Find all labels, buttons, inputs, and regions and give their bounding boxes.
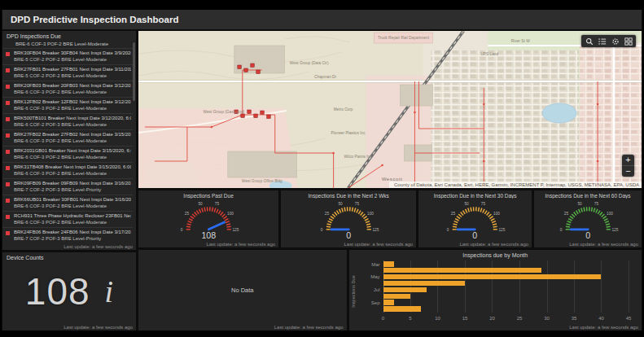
zoom-out-button[interactable]: − (622, 165, 634, 177)
list-item[interactable]: BRK31TB408 Breaker Next Inspt Date 3/15/… (2, 163, 133, 179)
svg-text:0: 0 (473, 230, 478, 240)
header-bar: DPD Predictive Inspection Dashboard (2, 10, 642, 29)
x-tick-label: 15 (462, 316, 468, 321)
svg-text:75: 75 (594, 202, 599, 206)
left-column: DPD Inspections Due BRE-6 COF-3 POF-2 BR… (2, 31, 136, 330)
bar-row: Jul (359, 287, 629, 292)
map[interactable]: West Group (Data Ctr) West Group (Gas La… (138, 31, 642, 188)
zoom-in-button[interactable]: + (622, 155, 634, 165)
breaker-marker-icon (6, 231, 10, 235)
list-item[interactable]: BRK30FB04 Breaker 30FB04 Next Inspt Date… (2, 49, 133, 65)
svg-text:100: 100 (607, 212, 613, 216)
breaker-marker-icon (6, 52, 10, 56)
category-label: Mar (359, 262, 383, 267)
gauge-last-update: Last update: a few seconds ago (569, 242, 638, 247)
inspections-list-items[interactable]: BRE-6 COF-3 POF-2 BRE Level-Moderate BRK… (2, 42, 133, 242)
gauge-dial: 0255075100125108 (170, 199, 248, 241)
map-label-pioneer: Pioneer Plastics Inc (331, 131, 366, 135)
bar (383, 287, 427, 292)
page-title: DPD Predictive Inspection Dashboard (11, 15, 178, 24)
svg-text:100: 100 (494, 212, 501, 216)
bar (383, 294, 410, 299)
svg-text:50: 50 (577, 202, 582, 206)
list-item-clipped[interactable]: BRE-6 COF-3 POF-2 BRE Level-Moderate (2, 42, 133, 49)
layer-list-icon[interactable] (598, 37, 607, 46)
gauge-title: Inspections Due in the Next 60 Days (534, 190, 642, 199)
map-label-west-group-data: West Group (Data Ctr) (290, 61, 329, 65)
search-icon[interactable] (585, 37, 594, 46)
gauge-dial: 02550751001250 (310, 199, 388, 241)
no-data-message: No Data (138, 250, 347, 330)
bottom-row: No Data Last update: a few seconds ago I… (138, 250, 642, 330)
bar-row (359, 281, 629, 287)
map-label-truck-repair: Truck Repair Rail Department (378, 36, 430, 40)
gauges-row: Inspections Past Due 0255075100125108 La… (138, 190, 642, 247)
gauge-dial: 02550751001250 (436, 199, 514, 241)
list-scrollbar[interactable] (133, 42, 135, 101)
list-item[interactable]: BRK27FB01 Breaker 27FB01 Next Inspt Date… (2, 65, 133, 81)
chart-last-update: Last update: a few seconds ago (569, 325, 638, 330)
list-item[interactable]: BRK20FB03 Breaker 20FB03 Next Inspt Date… (2, 81, 133, 98)
map-label-wilco: Wilco Paints Inc (344, 155, 373, 159)
bar-row (359, 268, 629, 274)
x-tick-label: 0 (382, 316, 384, 321)
gear-icon[interactable] (611, 37, 620, 46)
svg-text:50: 50 (198, 202, 203, 206)
svg-text:0: 0 (560, 228, 563, 232)
dashboard-content: DPD Inspections Due BRE-6 COF-3 POF-2 BR… (2, 29, 642, 330)
gauge-last-update: Last update: a few seconds ago (344, 242, 413, 247)
map-toolbar (581, 35, 636, 47)
svg-text:125: 125 (372, 228, 379, 232)
bar-row: May (359, 274, 629, 280)
list-item[interactable]: BRK27FB02 Breaker 27FB02 Next Inspt Date… (2, 130, 133, 147)
chart-x-axis-labels: 051015202530354045 (383, 314, 629, 322)
gauge-next-2-weeks: Inspections Due in the Next 2 Wks 025507… (281, 190, 416, 247)
map-label-west-group-gas: West Group (Gas Land) (204, 110, 245, 114)
list-item[interactable]: RCH931 Three Phase Hydraulic Recloser 23… (2, 212, 133, 228)
svg-text:100: 100 (227, 212, 234, 216)
x-tick-label: 5 (409, 316, 411, 321)
breaker-marker-icon (6, 150, 10, 154)
bar (383, 274, 602, 279)
bar (383, 268, 541, 273)
chart-title: Inspections due by Month (349, 250, 642, 259)
gauge-next-30-days: Inspection Due in the Next 30 Days 02550… (418, 190, 532, 247)
bar (383, 300, 394, 304)
breaker-marker-icon (6, 133, 10, 138)
info-icon: i (105, 274, 114, 309)
svg-text:0: 0 (321, 228, 323, 232)
inspections-due-panel: DPD Inspections Due BRE-6 COF-3 POF-2 BR… (2, 31, 136, 250)
breaker-marker-icon (6, 117, 10, 121)
list-item[interactable]: BRK24FB06 Breaker 24FB06 Next Inspt Date… (2, 228, 133, 242)
svg-text:125: 125 (611, 228, 618, 232)
gauge-last-update: Last update: a few seconds ago (459, 242, 528, 247)
category-label: Sep (359, 300, 383, 305)
gauge-next-60-days: Inspections Due in the Next 60 Days 0255… (534, 190, 642, 247)
bar (383, 261, 394, 266)
gauge-title: Inspections Due in the Next 2 Wks (281, 190, 416, 199)
list-item[interactable]: BRK66UB01 Breaker 30FB01 Next Inspt Date… (2, 195, 133, 212)
list-item[interactable]: BRK2031GB01 Breaker Next Inspt Date 3/15… (2, 147, 133, 163)
svg-text:100: 100 (367, 212, 374, 216)
bar-row: Sep (359, 300, 629, 305)
breaker-marker-icon (6, 199, 10, 203)
gauge-title: Inspections Past Due (138, 190, 278, 199)
breaker-marker-icon (6, 85, 10, 89)
breaker-marker-icon (6, 166, 10, 170)
x-tick-label: 10 (435, 316, 440, 321)
chart-bars: MarMayJulSep (359, 261, 629, 312)
x-tick-label: 45 (626, 316, 632, 321)
bar-row (359, 306, 629, 312)
x-tick-label: 30 (544, 316, 550, 321)
svg-text:25: 25 (564, 212, 569, 216)
svg-text:125: 125 (499, 228, 506, 232)
gauge-dial: 02550751001250 (550, 199, 627, 241)
map-label-river-st: River St W (511, 39, 530, 43)
list-item[interactable]: BRK12FB02 Breaker 12FB02 Next Inspt Date… (2, 98, 133, 114)
basemap-icon[interactable] (624, 37, 633, 46)
no-data-last-update: Last update: a few seconds ago (274, 325, 344, 330)
list-item[interactable]: BRK09FB09 Breaker 09FB09 Next Inspt Date… (2, 179, 133, 195)
svg-text:25: 25 (185, 212, 190, 216)
list-item[interactable]: BRK500TB101 Breaker Next Inspt Date 3/12… (2, 114, 133, 130)
dashboard: DPD Predictive Inspection Dashboard DPD … (2, 10, 642, 330)
